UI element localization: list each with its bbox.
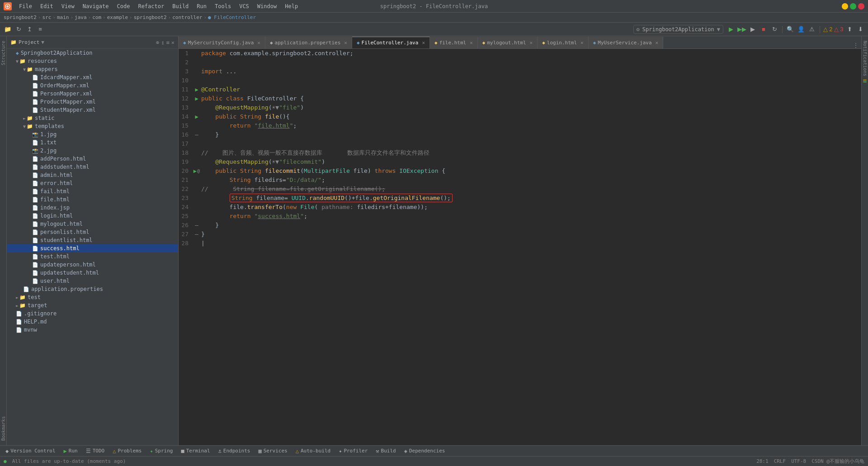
menu-run[interactable]: Run xyxy=(193,2,210,10)
tree-close-btn[interactable]: ✕ xyxy=(171,39,175,46)
toolbar-project-view[interactable]: 📁 xyxy=(3,24,13,34)
toolbar-stop[interactable]: ■ xyxy=(759,24,769,34)
menu-edit[interactable]: Edit xyxy=(37,2,57,10)
menu-help[interactable]: Help xyxy=(281,2,302,10)
toolbar-expand[interactable]: ⬆ xyxy=(844,24,854,34)
bookmarks-label[interactable]: Bookmarks xyxy=(1,416,6,441)
run-btn[interactable]: ▶ Run xyxy=(60,447,81,455)
tab-file-html[interactable]: ◆ file.html ✕ xyxy=(430,37,478,48)
tab-close-icon[interactable]: ✕ xyxy=(530,40,533,46)
toolbar-more[interactable]: ≡ xyxy=(35,24,45,34)
tree-item[interactable]: ▼ 📁 templates xyxy=(7,122,178,130)
tree-item[interactable]: ▼ 📁 mappers xyxy=(7,65,178,73)
menu-file[interactable]: File xyxy=(15,2,36,10)
breadcrumb-item[interactable]: main xyxy=(57,14,69,20)
menu-view[interactable]: View xyxy=(58,2,78,10)
tab-login[interactable]: ◆ login.html ✕ xyxy=(538,37,588,48)
toolbar-search[interactable]: 🔍 xyxy=(785,24,795,34)
tree-collapse-btn[interactable]: ↥ xyxy=(161,39,164,46)
breadcrumb-item[interactable]: example xyxy=(107,14,128,20)
tree-sync-btn[interactable]: ⊕ xyxy=(156,39,159,46)
tree-item[interactable]: 📄 updateperson.html xyxy=(7,261,178,269)
problems-btn[interactable]: △ Problems xyxy=(109,447,145,455)
tree-item[interactable]: 📄 admin.html xyxy=(7,171,178,179)
tab-close-icon[interactable]: ✕ xyxy=(422,40,425,46)
spring-btn[interactable]: ✦ Spring xyxy=(146,447,176,455)
endpoints-btn[interactable]: ⚓ Endpoints xyxy=(215,447,254,455)
tree-item[interactable]: 📄 application.properties xyxy=(7,285,178,293)
toolbar-reload[interactable]: ↻ xyxy=(769,24,779,34)
profiler-btn[interactable]: ✦ Profiler xyxy=(335,447,371,455)
tree-item[interactable]: 📄 fail.html xyxy=(7,187,178,195)
tree-item[interactable]: 📄 HELP.md xyxy=(7,318,178,326)
close-button[interactable] xyxy=(858,3,864,10)
code-editor[interactable]: 1 package com.example.springboot2.contro… xyxy=(179,49,861,445)
breadcrumb-item[interactable]: controller xyxy=(172,14,202,20)
status-encoding[interactable]: UTF-8 xyxy=(791,458,806,465)
tree-item[interactable]: 📄 file.html xyxy=(7,195,178,204)
tab-mysecurity[interactable]: ◆ MySercurityConfig.java ✕ xyxy=(179,37,265,48)
structure-label[interactable]: Structure xyxy=(1,41,6,65)
toolbar-build-button[interactable]: ▶ xyxy=(726,24,736,34)
terminal-btn[interactable]: ■ Terminal xyxy=(177,447,213,455)
tab-mylogout[interactable]: ◆ mylogout.html ✕ xyxy=(478,37,538,48)
status-crif-lf[interactable]: CRLF xyxy=(774,458,786,465)
tree-item[interactable]: 📄 .gitignore xyxy=(7,309,178,318)
tree-item[interactable]: 📄 PersonMapper.xml xyxy=(7,90,178,98)
toolbar-sync[interactable]: ↻ xyxy=(14,24,24,34)
status-position[interactable]: 28:1 xyxy=(756,458,769,465)
version-control-btn[interactable]: ◆ Version Control xyxy=(2,447,59,455)
dependencies-btn[interactable]: ◈ Dependencies xyxy=(401,447,449,455)
tree-item[interactable]: 📄 mylogout.html xyxy=(7,220,178,228)
toolbar-debug-button[interactable]: ▶▶ xyxy=(737,24,747,34)
tree-item[interactable]: ► 📁 test xyxy=(7,293,178,301)
tree-item[interactable]: ◆ Springboot2Application xyxy=(7,49,178,57)
tree-settings-btn[interactable]: ≡ xyxy=(166,39,170,46)
tree-item[interactable]: 📄 IdcardMapper.xml xyxy=(7,73,178,81)
tree-item[interactable]: 📄 personlist.html xyxy=(7,228,178,236)
tab-close-icon[interactable]: ✕ xyxy=(656,40,659,46)
tree-item[interactable]: 📄 user.html xyxy=(7,277,178,285)
toolbar-warnings[interactable]: △ 2 xyxy=(823,24,833,34)
tab-myuserservice[interactable]: ◆ MyUserService.java ✕ xyxy=(589,37,663,48)
breadcrumb-item[interactable]: springboot2 xyxy=(4,14,37,20)
tree-item[interactable]: ► 📁 static xyxy=(7,114,178,122)
build-btn[interactable]: ⚒ Build xyxy=(372,447,399,455)
tree-item[interactable]: 📄 studentlist.html xyxy=(7,236,178,244)
tree-item[interactable]: ▼ 📁 resources xyxy=(7,57,178,65)
tree-item[interactable]: 📄 addPerson.html xyxy=(7,155,178,163)
toolbar-errors[interactable]: △ 3 xyxy=(834,24,844,34)
tree-item[interactable]: 📄 updatestudent.html xyxy=(7,269,178,277)
toolbar-settings[interactable]: 👤 xyxy=(796,24,806,34)
toolbar-collapse-all[interactable]: ↥ xyxy=(24,24,34,34)
breadcrumb-item[interactable]: springboot2 xyxy=(134,14,167,20)
menu-navigate[interactable]: Navigate xyxy=(79,2,113,10)
tab-application-properties[interactable]: ◆ application.properties ✕ xyxy=(265,37,352,48)
menu-code[interactable]: Code xyxy=(113,2,134,10)
tree-item[interactable]: 📄 test.html xyxy=(7,252,178,261)
tree-item[interactable]: 📄 addstudent.html xyxy=(7,163,178,171)
toolbar-help[interactable]: ⚠ xyxy=(807,24,817,34)
tree-item[interactable]: 📄 1.txt xyxy=(7,138,178,147)
tab-close-icon[interactable]: ✕ xyxy=(344,40,347,46)
recent-files-btn[interactable]: ⋮ xyxy=(853,42,859,48)
tab-close-icon[interactable]: ✕ xyxy=(580,40,584,46)
breadcrumb-item[interactable]: com xyxy=(92,14,101,20)
tab-close-icon[interactable]: ✕ xyxy=(470,40,473,46)
toolbar-run-coverage[interactable]: ▶ xyxy=(748,24,758,34)
todo-btn[interactable]: ☰ TODO xyxy=(82,447,108,455)
tree-item[interactable]: 📄 ProductMapper.xml xyxy=(7,98,178,106)
tree-item-selected[interactable]: 📄 success.html xyxy=(7,244,178,252)
toolbar-arrow-down[interactable]: ⬇ xyxy=(855,24,865,34)
breadcrumb-item[interactable]: java xyxy=(75,14,87,20)
tree-item[interactable]: ► 📁 target xyxy=(7,301,178,309)
menu-refactor[interactable]: Refactor xyxy=(134,2,168,10)
auto-build-btn[interactable]: △ Auto-build xyxy=(292,447,334,455)
minimize-button[interactable] xyxy=(842,3,848,10)
breadcrumb-item[interactable]: src xyxy=(42,14,51,20)
tree-item[interactable]: 📄 mvnw xyxy=(7,326,178,334)
tree-item[interactable]: 📄 error.html xyxy=(7,179,178,187)
tab-close-icon[interactable]: ✕ xyxy=(257,40,260,46)
tree-item[interactable]: 📸 1.jpg xyxy=(7,130,178,138)
tree-item[interactable]: 📄 index.jsp xyxy=(7,204,178,212)
